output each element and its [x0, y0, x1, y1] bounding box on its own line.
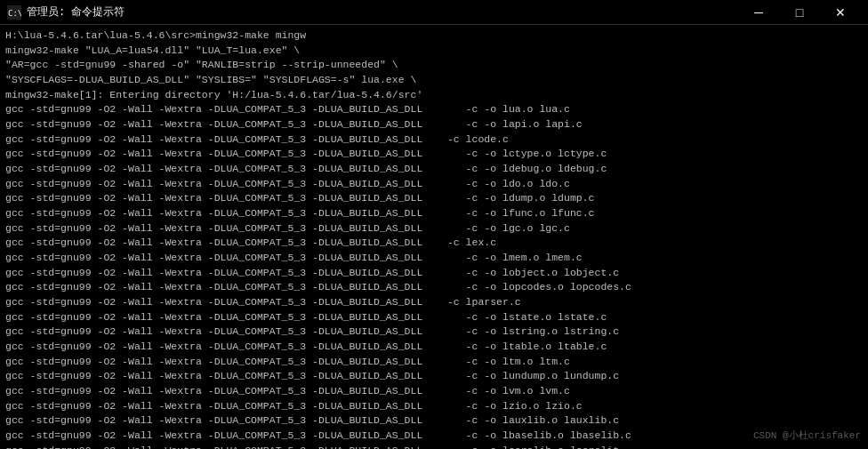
title-bar: C:\ 管理员: 命令提示符 ─ □ ✕ — [0, 0, 868, 25]
watermark: CSDN @小杜crisfaker — [753, 429, 861, 442]
window-title: 管理员: 命令提示符 — [27, 4, 125, 20]
terminal-output[interactable]: H:\lua-5.4.6.tar\lua-5.4.6\src>mingw32-m… — [0, 25, 868, 449]
title-bar-left: C:\ 管理员: 命令提示符 — [7, 4, 125, 20]
window: C:\ 管理员: 命令提示符 ─ □ ✕ H:\lua-5.4.6.tar\lu… — [0, 0, 868, 449]
window-controls: ─ □ ✕ — [738, 0, 861, 25]
maximize-button[interactable]: □ — [779, 0, 820, 25]
minimize-button[interactable]: ─ — [738, 0, 779, 25]
svg-text:C:\: C:\ — [8, 9, 21, 18]
cmd-icon: C:\ — [7, 5, 21, 20]
close-button[interactable]: ✕ — [820, 0, 861, 25]
